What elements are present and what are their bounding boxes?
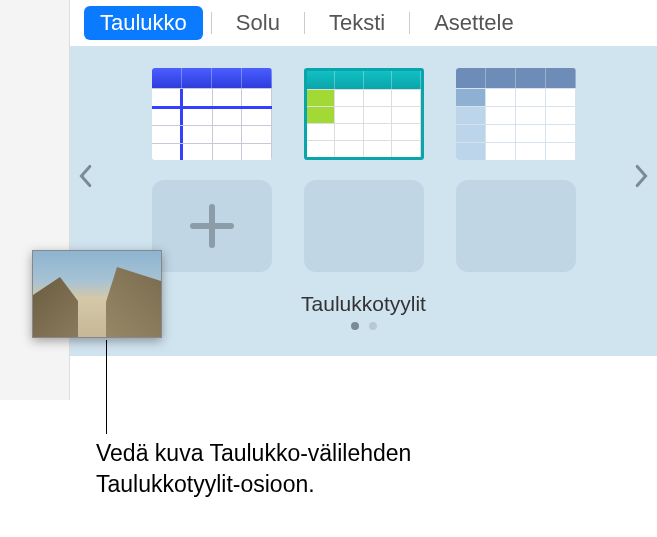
tab-divider xyxy=(304,12,305,34)
callout-line-2: Taulukkotyylit-osioon. xyxy=(96,471,315,497)
tab-arrange[interactable]: Asettele xyxy=(418,6,530,40)
page-dots xyxy=(88,322,639,330)
empty-style-slot[interactable] xyxy=(304,180,424,272)
tab-cell[interactable]: Solu xyxy=(220,6,296,40)
table-style-1[interactable] xyxy=(152,68,272,160)
empty-style-slot[interactable] xyxy=(456,180,576,272)
styles-next-button[interactable] xyxy=(633,164,651,188)
dragged-image-thumbnail[interactable] xyxy=(32,250,162,338)
style-row-slots xyxy=(88,180,639,272)
styles-prev-button[interactable] xyxy=(76,164,94,188)
page-dot[interactable] xyxy=(351,322,359,330)
callout-line-1: Vedä kuva Taulukko-välilehden xyxy=(96,440,411,466)
left-gutter xyxy=(0,0,70,400)
plus-icon xyxy=(190,204,234,248)
tab-divider xyxy=(409,12,410,34)
page-dot[interactable] xyxy=(369,322,377,330)
tab-divider xyxy=(211,12,212,34)
add-style-slot[interactable] xyxy=(152,180,272,272)
table-style-3[interactable] xyxy=(456,68,576,160)
tab-bar: Taulukko Solu Teksti Asettele xyxy=(70,0,657,46)
tab-text[interactable]: Teksti xyxy=(313,6,401,40)
callout-leader-line xyxy=(106,340,107,434)
tab-table[interactable]: Taulukko xyxy=(84,6,203,40)
callout-text: Vedä kuva Taulukko-välilehden Taulukkoty… xyxy=(96,438,576,500)
style-row-presets xyxy=(88,68,639,160)
styles-label: Taulukkotyylit xyxy=(88,292,639,316)
table-style-2[interactable] xyxy=(304,68,424,160)
